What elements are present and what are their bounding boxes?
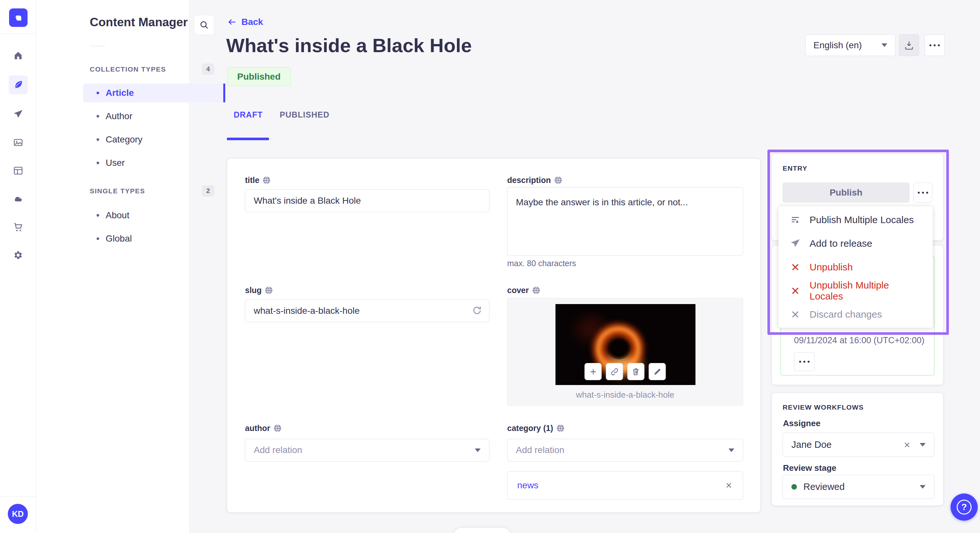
category-placeholder: Add relation xyxy=(516,445,729,455)
edit-media-button[interactable] xyxy=(649,363,666,380)
category-relation-combobox[interactable]: Add relation xyxy=(507,439,743,462)
chevron-down-icon xyxy=(881,43,887,47)
globe-icon xyxy=(557,424,565,432)
bullet-icon xyxy=(97,138,99,141)
search-button[interactable] xyxy=(194,15,214,35)
scheduled-date: 09/11/2024 at 16:00 (UTC+02:00) xyxy=(794,335,924,346)
nav-settings[interactable] xyxy=(9,246,27,265)
pencil-icon xyxy=(653,367,662,376)
category-field-label: category (1) xyxy=(507,424,565,433)
nav-content-type-builder[interactable] xyxy=(9,161,27,180)
assignee-combobox[interactable]: Jane Doe xyxy=(783,433,934,457)
sidebar-item-label: User xyxy=(106,158,125,168)
publish-button[interactable]: Publish xyxy=(783,182,909,202)
entry-panel-title: ENTRY xyxy=(783,165,807,172)
cover-actions xyxy=(585,363,666,380)
feather-icon xyxy=(13,80,23,90)
slug-field-wrap xyxy=(245,300,489,322)
sidebar-item-article[interactable]: Article xyxy=(83,84,225,102)
menu-item-add-to-release[interactable]: Add to release xyxy=(778,232,933,255)
field-label-text: title xyxy=(245,176,259,185)
review-stage-combobox[interactable]: Reviewed xyxy=(783,475,934,499)
review-stage-label: Review stage xyxy=(783,463,837,473)
menu-item-discard-changes[interactable]: Discard changes xyxy=(778,303,933,326)
sidebar-item-label: Global xyxy=(106,233,132,244)
section-label: COLLECTION TYPES xyxy=(90,65,166,73)
back-link[interactable]: Back xyxy=(227,17,263,27)
author-relation-combobox[interactable]: Add relation xyxy=(245,439,489,462)
globe-icon xyxy=(532,286,540,294)
field-label-text: author xyxy=(245,424,270,433)
review-stage-value: Reviewed xyxy=(803,482,920,492)
category-tag-row: news xyxy=(507,471,743,500)
bullet-icon xyxy=(97,92,99,94)
bullet-icon xyxy=(97,115,99,117)
list-plus-icon xyxy=(790,215,800,225)
sidebar-item-label: Author xyxy=(106,111,132,121)
cart-icon xyxy=(13,222,23,232)
nav-releases[interactable] xyxy=(9,105,27,124)
black-hole-shadow xyxy=(607,338,631,359)
nav-media-library[interactable] xyxy=(9,133,27,152)
paper-plane-icon xyxy=(13,109,23,119)
section-label: SINGLE TYPES xyxy=(90,187,145,195)
delete-media-button[interactable] xyxy=(627,363,644,380)
globe-icon xyxy=(274,424,282,432)
menu-item-unpublish-multiple-locales[interactable]: Unpublish Multiple Locales xyxy=(778,279,933,303)
add-media-button[interactable] xyxy=(585,363,602,380)
user-avatar[interactable]: KD xyxy=(8,504,28,524)
category-tag-news[interactable]: news xyxy=(517,480,538,490)
nav-home[interactable] xyxy=(9,46,27,65)
menu-item-publish-multiple-locales[interactable]: Publish Multiple Locales xyxy=(778,208,933,232)
layout-icon xyxy=(13,165,23,176)
nav-marketplace[interactable] xyxy=(9,217,27,236)
download-icon xyxy=(904,40,914,51)
sidebar-item-label: Article xyxy=(106,88,134,98)
remove-category-icon[interactable] xyxy=(725,481,733,490)
assignee-value: Jane Doe xyxy=(791,439,903,450)
title-input[interactable] xyxy=(245,189,489,212)
stage-status-dot-icon xyxy=(791,484,797,490)
description-field-label: description xyxy=(507,176,562,185)
slug-input[interactable] xyxy=(245,300,489,322)
review-workflows-title: REVIEW WORKFLOWS xyxy=(783,403,864,411)
arrow-left-icon xyxy=(227,17,237,27)
nav-content-manager[interactable] xyxy=(9,75,27,94)
entry-more-button[interactable] xyxy=(913,182,932,202)
sidebar-item-global[interactable]: Global xyxy=(83,229,225,248)
active-tab-underline xyxy=(227,138,269,140)
download-button[interactable] xyxy=(899,34,919,56)
nav-rail: KD xyxy=(0,0,36,533)
help-button[interactable]: ? xyxy=(950,493,978,521)
bullet-icon xyxy=(97,214,99,217)
field-label-text: slug xyxy=(245,286,261,295)
chevron-down-icon xyxy=(920,443,926,447)
tab-draft[interactable]: DRAFT xyxy=(234,110,263,119)
sidebar-item-category[interactable]: Category xyxy=(83,130,225,149)
description-hint: max. 80 characters xyxy=(507,259,576,268)
copy-link-button[interactable] xyxy=(606,363,623,380)
sidebar-item-author[interactable]: Author xyxy=(83,107,225,125)
locale-select[interactable]: English (en) xyxy=(805,34,896,56)
cover-media-card: what-s-inside-a-black-hole xyxy=(507,298,743,406)
field-label-text: cover xyxy=(507,286,529,295)
nav-deploy[interactable] xyxy=(9,189,27,208)
field-label-text: category (1) xyxy=(507,424,553,433)
link-icon xyxy=(610,367,619,376)
collection-types-header: COLLECTION TYPES 4 xyxy=(90,63,214,75)
sidebar-item-about[interactable]: About xyxy=(83,206,225,225)
tab-published[interactable]: PUBLISHED xyxy=(280,110,329,119)
regenerate-slug-button[interactable] xyxy=(472,305,482,317)
menu-item-label: Discard changes xyxy=(810,309,882,320)
content-manager-sidebar: Content Manager COLLECTION TYPES 4 Artic… xyxy=(36,0,189,533)
description-textarea[interactable]: Maybe the answer is in this article, or … xyxy=(507,187,743,256)
slug-field-label: slug xyxy=(245,286,273,295)
sidebar-item-user[interactable]: User xyxy=(83,154,225,172)
clear-assignee-icon[interactable] xyxy=(903,441,911,449)
scheduled-more-button[interactable] xyxy=(794,352,815,371)
field-label-text: description xyxy=(507,176,551,185)
header-more-button[interactable] xyxy=(924,34,945,56)
strapi-logo[interactable] xyxy=(9,8,27,27)
cloud-icon xyxy=(13,194,23,204)
menu-item-unpublish[interactable]: Unpublish xyxy=(778,255,933,279)
